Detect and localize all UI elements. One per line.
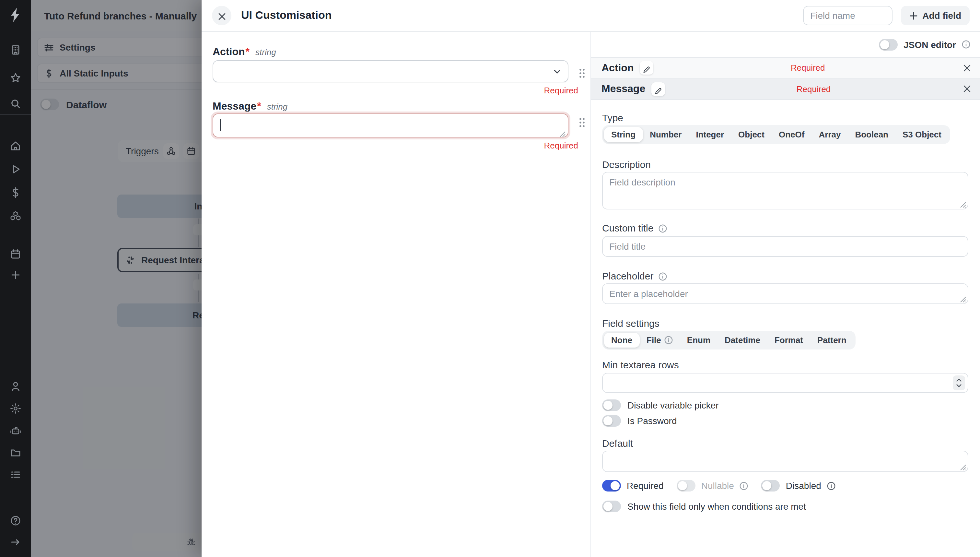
- add-plus-icon[interactable]: [10, 269, 21, 281]
- flags-row: Required Nullable Disabled: [602, 480, 968, 492]
- field-row-action[interactable]: Action Required: [591, 57, 980, 78]
- add-field-button[interactable]: Add field: [901, 6, 970, 25]
- type-option-oneof[interactable]: OneOf: [772, 127, 811, 142]
- action-required-note: Required: [213, 86, 578, 95]
- conditions-row: Show this field only when conditions are…: [602, 501, 968, 512]
- custom-title-input[interactable]: [602, 236, 968, 257]
- placeholder-textarea[interactable]: [602, 283, 968, 304]
- default-label: Default: [602, 438, 968, 449]
- sidebar-divider: [0, 114, 31, 115]
- action-select-input[interactable]: [213, 60, 569, 82]
- chevron-down-icon: [553, 67, 561, 75]
- custom-title-label: Custom title: [602, 222, 968, 233]
- resize-handle-icon[interactable]: [960, 199, 966, 205]
- resize-handle-icon[interactable]: [559, 129, 566, 135]
- field-status: Required: [653, 63, 962, 73]
- json-editor-toggle[interactable]: [879, 39, 898, 50]
- field-setting-none[interactable]: None: [604, 333, 639, 348]
- message-textarea-input[interactable]: [213, 114, 569, 137]
- field-detail-form: Type String Number Integer Object OneOf …: [591, 100, 980, 512]
- profile-person-icon[interactable]: [10, 381, 21, 392]
- billing-dollar-icon[interactable]: [10, 187, 21, 199]
- list-icon[interactable]: [10, 469, 21, 480]
- folder-icon[interactable]: [10, 447, 21, 458]
- text-cursor: [220, 119, 221, 131]
- drag-handle-icon[interactable]: [579, 117, 585, 128]
- required-asterisk: *: [257, 101, 261, 112]
- is-password-row: Is Password: [602, 415, 968, 427]
- conditions-toggle[interactable]: [602, 501, 621, 512]
- field-settings-segmented-control: None File Enum Datetime Format Pattern: [602, 331, 856, 350]
- runs-play-icon[interactable]: [10, 163, 21, 175]
- modal-backdrop[interactable]: [31, 0, 202, 557]
- pencil-icon: [643, 64, 650, 71]
- stepper-down-icon: [956, 383, 962, 388]
- type-option-integer[interactable]: Integer: [689, 127, 731, 142]
- calendar-icon[interactable]: [10, 248, 21, 260]
- ui-customisation-modal: UI Customisation Add field Action* strin…: [202, 0, 980, 557]
- disable-variable-picker-toggle[interactable]: [602, 399, 621, 411]
- info-icon: [658, 272, 667, 280]
- field-name-input[interactable]: [803, 6, 892, 25]
- favorites-star-icon[interactable]: [10, 72, 21, 84]
- drag-handle-icon[interactable]: [579, 68, 585, 78]
- description-label: Description: [602, 159, 968, 170]
- field-setting-datetime[interactable]: Datetime: [717, 333, 767, 348]
- app-root: Tuto Refund branches - Manually Settings…: [0, 0, 980, 557]
- preview-field-message-label: Message* string: [213, 101, 590, 112]
- is-password-toggle[interactable]: [602, 415, 621, 427]
- field-setting-pattern[interactable]: Pattern: [810, 333, 853, 348]
- help-icon[interactable]: [10, 515, 21, 526]
- nullable-toggle[interactable]: [677, 480, 696, 492]
- info-icon: [740, 482, 748, 490]
- min-textarea-rows-input[interactable]: [602, 373, 968, 393]
- description-textarea[interactable]: [602, 172, 968, 209]
- settings-gear-icon[interactable]: [10, 403, 21, 414]
- type-option-boolean[interactable]: Boolean: [848, 127, 895, 142]
- type-option-number[interactable]: Number: [643, 127, 689, 142]
- field-setting-enum[interactable]: Enum: [680, 333, 717, 348]
- info-icon: [664, 336, 673, 344]
- default-textarea[interactable]: [602, 451, 968, 472]
- json-editor-row: JSON editor: [591, 32, 980, 57]
- type-segmented-control: String Number Integer Object OneOf Array…: [602, 125, 951, 144]
- resize-handle-icon[interactable]: [960, 462, 966, 468]
- remove-field-icon[interactable]: [962, 63, 972, 72]
- field-row-message[interactable]: Message Required: [591, 78, 980, 100]
- resize-handle-icon[interactable]: [960, 294, 966, 300]
- modal-header: UI Customisation Add field: [202, 0, 980, 32]
- home-icon[interactable]: [10, 140, 21, 152]
- type-option-array[interactable]: Array: [811, 127, 848, 142]
- workspace-background: Tuto Refund branches - Manually Settings…: [31, 0, 202, 557]
- bot-icon[interactable]: [10, 425, 21, 436]
- type-option-string[interactable]: String: [604, 127, 643, 142]
- field-type-note: string: [255, 47, 276, 57]
- disable-variable-picker-row: Disable variable picker: [602, 399, 968, 411]
- close-modal-button[interactable]: [212, 6, 231, 25]
- info-icon: [962, 40, 970, 49]
- stepper-up-icon: [956, 378, 962, 383]
- collapse-arrow-icon[interactable]: [10, 536, 21, 548]
- required-toggle[interactable]: [602, 480, 621, 492]
- app-logo-icon[interactable]: [7, 7, 24, 23]
- edit-field-button[interactable]: [640, 61, 653, 75]
- field-type-note: string: [267, 102, 288, 112]
- field-settings-label: Field settings: [602, 318, 968, 329]
- organization-icon[interactable]: [10, 44, 21, 56]
- field-status: Required: [665, 84, 962, 94]
- type-option-s3-object[interactable]: S3 Object: [895, 127, 949, 142]
- edit-field-button[interactable]: [651, 82, 665, 96]
- type-label: Type: [602, 112, 968, 123]
- number-stepper[interactable]: [953, 375, 965, 390]
- preview-field-action-label: Action* string: [213, 46, 590, 58]
- resources-cubes-icon[interactable]: [10, 210, 21, 222]
- form-preview-pane: Action* string Required Message* string: [202, 32, 590, 557]
- remove-field-icon[interactable]: [962, 84, 972, 93]
- placeholder-label: Placeholder: [602, 270, 968, 282]
- field-setting-format[interactable]: Format: [767, 333, 810, 348]
- type-option-object[interactable]: Object: [731, 127, 772, 142]
- plus-icon: [909, 11, 918, 20]
- disabled-toggle[interactable]: [761, 480, 780, 492]
- search-icon[interactable]: [10, 98, 21, 109]
- field-setting-file[interactable]: File: [639, 333, 680, 348]
